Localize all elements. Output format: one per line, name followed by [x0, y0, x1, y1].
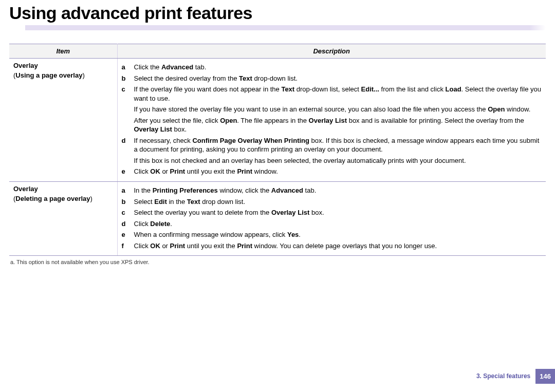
- step-letter: a: [122, 63, 129, 72]
- step-item: dIf necessary, check Confirm Page Overla…: [122, 135, 542, 155]
- step-item: dClick Delete.: [122, 218, 542, 230]
- step-continuation: After you select the file, click Open. T…: [134, 115, 542, 135]
- description-cell: aIn the Printing Preferences window, cli…: [117, 182, 546, 256]
- title-underline: [9, 25, 546, 30]
- step-continuation: If you have stored the overlay file you …: [134, 104, 542, 115]
- step-item: aClick the Advanced tab.: [122, 62, 542, 73]
- step-text: When a confirming message window appears…: [134, 230, 542, 239]
- step-text: Click Delete.: [134, 219, 542, 229]
- step-letter: d: [122, 219, 129, 229]
- item-cell: Overlay(Deleting a page overlay): [9, 182, 117, 256]
- footnote: a. This option is not available when you…: [9, 256, 546, 265]
- step-letter: e: [122, 167, 129, 176]
- step-text: Select Edit in the Text drop down list.: [134, 197, 542, 207]
- step-letter: c: [122, 208, 129, 217]
- item-cell: Overlay(Using a page overlay): [9, 59, 117, 182]
- step-letter: d: [122, 136, 129, 154]
- step-text: Select the overlay you want to delete fr…: [134, 208, 542, 217]
- step-item: fClick OK or Print until you exit the Pr…: [122, 240, 542, 252]
- step-list: aClick the Advanced tab.bSelect the desi…: [122, 62, 542, 177]
- table-row: Overlay(Deleting a page overlay)aIn the …: [9, 182, 546, 256]
- page-footer: 3. Special features 146: [471, 369, 555, 384]
- step-text: Click OK or Print until you exit the Pri…: [134, 167, 542, 176]
- item-subtitle: (Deleting a page overlay): [13, 195, 113, 202]
- step-item: bSelect Edit in the Text drop down list.: [122, 196, 542, 208]
- table-body: Overlay(Using a page overlay)aClick the …: [9, 59, 546, 256]
- item-subtitle: (Using a page overlay): [13, 71, 113, 79]
- step-item: bSelect the desired overlay from the Tex…: [122, 73, 542, 84]
- step-letter: c: [122, 85, 129, 103]
- feature-table: Item Description Overlay(Using a page ov…: [9, 44, 546, 256]
- page-number: 146: [535, 369, 555, 384]
- step-text: Click the Advanced tab.: [134, 63, 542, 72]
- column-header-description: Description: [117, 44, 546, 59]
- step-letter: f: [122, 241, 129, 251]
- item-title: Overlay: [13, 185, 113, 193]
- step-item: eClick OK or Print until you exit the Pr…: [122, 166, 542, 177]
- step-text: In the Printing Preferences window, clic…: [134, 186, 542, 195]
- step-letter: b: [122, 197, 129, 207]
- chapter-label: 3. Special features: [471, 369, 535, 384]
- table-row: Overlay(Using a page overlay)aClick the …: [9, 59, 546, 182]
- content-area: Item Description Overlay(Using a page ov…: [0, 30, 555, 265]
- step-text: Click OK or Print until you exit the Pri…: [134, 241, 542, 251]
- description-cell: aClick the Advanced tab.bSelect the desi…: [117, 59, 546, 182]
- item-title: Overlay: [13, 62, 113, 69]
- step-item: eWhen a confirming message window appear…: [122, 229, 542, 240]
- step-text: Select the desired overlay from the Text…: [134, 74, 542, 83]
- step-item: cIf the overlay file you want does not a…: [122, 84, 542, 104]
- step-letter: a: [122, 186, 129, 195]
- step-item: aIn the Printing Preferences window, cli…: [122, 185, 542, 196]
- step-continuation: If this box is not checked and an overla…: [134, 155, 542, 166]
- step-item: cSelect the overlay you want to delete f…: [122, 207, 542, 218]
- page: Using advanced print features Item Descr…: [0, 0, 555, 392]
- step-text: If the overlay file you want does not ap…: [134, 85, 542, 103]
- column-header-item: Item: [9, 44, 117, 59]
- page-title: Using advanced print features: [0, 0, 555, 25]
- step-text: If necessary, check Confirm Page Overlay…: [134, 136, 542, 154]
- step-letter: e: [122, 230, 129, 239]
- step-letter: b: [122, 74, 129, 83]
- step-list: aIn the Printing Preferences window, cli…: [122, 185, 542, 251]
